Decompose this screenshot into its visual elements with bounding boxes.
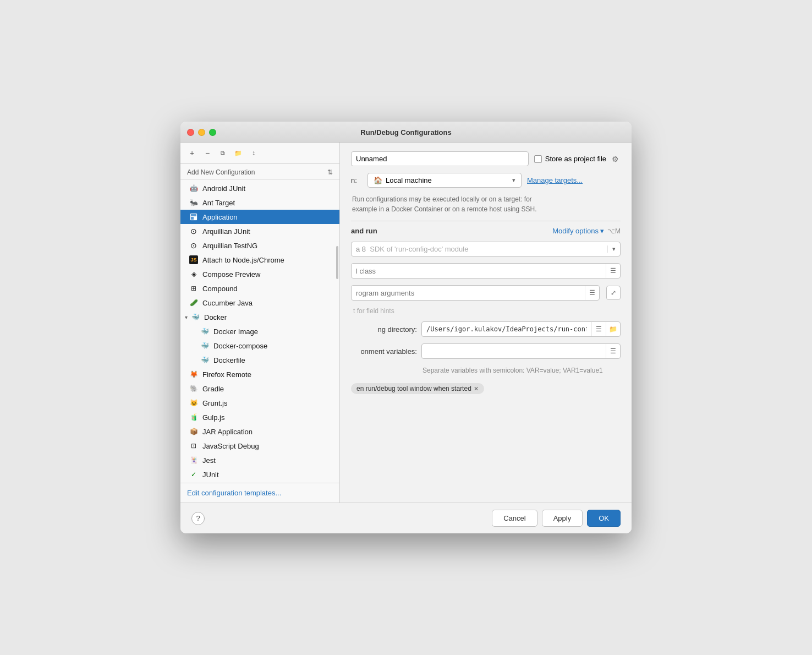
maximize-button[interactable] [209,129,216,136]
env-vars-field: ☰ [421,343,621,359]
section-title: and run [351,227,377,235]
manage-targets-link[interactable]: Manage targets... [527,176,583,184]
sidebar-item-label: JavaScript Debug [202,442,259,450]
sidebar-item-label: Cucumber Java [202,299,253,307]
sidebar-item-gradle[interactable]: 🐘 Gradle [180,381,339,396]
sidebar-item-application[interactable]: Application [180,210,339,224]
sidebar-item-label: Arquillian TestNG [202,242,257,250]
sidebar-item-label: Docker Image [213,328,258,336]
modify-options-button[interactable]: Modify options ▾ [552,227,604,235]
store-project-checkbox[interactable] [534,155,542,163]
main-class-browse-icon[interactable]: ☰ [606,264,620,278]
open-toolwindow-tag: en run/debug tool window when started ✕ [351,383,484,394]
dockerfile-icon: 🐳 [200,356,209,364]
store-project-gear-icon[interactable]: ⚙ [610,154,621,165]
firefox-remote-icon: 🦊 [189,370,198,379]
modify-options-area: Modify options ▾ ⌥M [552,227,621,235]
sidebar-item-label: Gulp.js [202,413,224,422]
working-dir-field: ☰ 📁 [421,321,621,337]
sdk-field-container: a 8 SDK of 'run-config-doc' module ▾ [351,242,621,256]
sidebar-item-junit[interactable]: ✓ JUnit [180,467,339,482]
minimize-button[interactable] [198,129,205,136]
local-machine-icon: 🏠 [374,176,382,184]
sidebar-item-arquillian-testng[interactable]: ⊙ Arquillian TestNG [180,238,339,253]
main-class-field: ☰ [351,263,621,279]
config-name-input[interactable] [351,151,529,166]
add-new-config-label: Add New Configuration [187,168,255,176]
cancel-button[interactable]: Cancel [492,510,537,527]
env-vars-input[interactable] [422,345,606,358]
tag-close-button[interactable]: ✕ [474,385,479,392]
section-title-text: and run [351,227,377,235]
sidebar-item-docker-image[interactable]: 🐳 Docker Image [180,324,339,339]
config-type-list: 🤖 Android JUnit 🐜 Ant Target [180,180,339,483]
program-args-expand-button[interactable]: ⤢ [606,286,621,300]
android-junit-icon: 🤖 [189,184,198,193]
apply-button[interactable]: Apply [542,510,583,527]
sidebar-item-label: Ant Target [202,199,235,207]
remove-config-button[interactable]: − [201,147,213,159]
sidebar: + − ⧉ 📁 ↕ Add New Configuration ⇅ 🤖 Andr… [180,143,340,503]
grunt-js-icon: 😺 [189,399,198,407]
working-dir-folder-icon[interactable]: 📁 [606,322,620,336]
filter-icon[interactable]: ⇅ [327,168,333,176]
working-dir-input[interactable] [422,323,591,336]
env-vars-browse-icon[interactable]: ☰ [606,344,620,358]
edit-templates-link[interactable]: Edit configuration templates... [187,489,281,497]
sidebar-item-android-junit[interactable]: 🤖 Android JUnit [180,181,339,195]
sidebar-item-ant-target[interactable]: 🐜 Ant Target [180,195,339,210]
sidebar-item-compose-preview[interactable]: ◈ Compose Preview [180,267,339,281]
sidebar-item-label: JAR Application [202,428,253,436]
target-select[interactable]: 🏠 Local machine ▾ [367,173,522,188]
dialog-body: + − ⧉ 📁 ↕ Add New Configuration ⇅ 🤖 Andr… [180,143,632,503]
sidebar-item-gulp-js[interactable]: 🧃 Gulp.js [180,410,339,424]
program-args-browse-icon[interactable]: ☰ [585,286,599,300]
sidebar-item-grunt-js[interactable]: 😺 Grunt.js [180,396,339,410]
env-vars-label: onment variables: [351,347,417,356]
working-dir-label: ng directory: [351,325,417,334]
gulp-js-icon: 🧃 [189,413,198,422]
junit-icon: ✓ [189,470,198,479]
sidebar-item-label: JUnit [202,471,219,479]
sidebar-item-label: Docker-compose [213,342,267,350]
dialog-title: Run/Debug Configurations [360,128,451,137]
add-config-button[interactable]: + [186,147,198,159]
sdk-dropdown-arrow-icon[interactable]: ▾ [607,245,620,253]
program-args-field: ☰ [351,285,600,301]
traffic-lights [187,129,216,136]
dialog-footer: ? Cancel Apply OK [180,503,632,533]
sidebar-item-compound[interactable]: ⊞ Compound [180,281,339,296]
sidebar-item-arquillian-junit[interactable]: ⊙ Arquillian JUnit [180,224,339,238]
sidebar-item-label: Gradle [202,385,224,393]
name-row: Store as project file ⚙ [351,151,621,166]
sidebar-item-jar-application[interactable]: 📦 JAR Application [180,424,339,439]
close-button[interactable] [187,129,194,136]
footer-buttons: Cancel Apply OK [492,510,621,527]
program-args-input[interactable] [352,286,585,300]
ant-target-icon: 🐜 [189,198,198,207]
javascript-debug-icon: ⊡ [189,441,198,450]
working-dir-browse-icon[interactable]: ☰ [591,322,606,336]
sidebar-item-docker[interactable]: ▾ 🐳 Docker [180,310,339,324]
docker-compose-icon: 🐳 [200,341,209,350]
store-project-row: Store as project file ⚙ [534,154,621,165]
sidebar-item-label: Attach to Node.js/Chrome [202,256,284,264]
sidebar-item-javascript-debug[interactable]: ⊡ JavaScript Debug [180,439,339,453]
sidebar-item-jest[interactable]: 🃏 Jest [180,453,339,467]
config-content-panel: Store as project file ⚙ n: 🏠 Local machi… [340,143,632,503]
scrollbar-thumb[interactable] [336,246,338,279]
ok-button[interactable]: OK [587,510,621,527]
chevron-right-icon: ▾ [600,227,604,235]
main-class-input[interactable] [352,264,606,278]
title-bar: Run/Debug Configurations [180,122,632,143]
jest-icon: 🃏 [189,456,198,465]
copy-config-button[interactable]: ⧉ [217,147,229,159]
sidebar-item-attach-nodejs[interactable]: JS Attach to Node.js/Chrome [180,253,339,267]
sidebar-item-docker-compose[interactable]: 🐳 Docker-compose [180,339,339,353]
sidebar-item-firefox-remote[interactable]: 🦊 Firefox Remote [180,367,339,381]
sort-config-button[interactable]: ↕ [248,147,260,159]
help-button[interactable]: ? [191,512,205,525]
move-to-group-button[interactable]: 📁 [232,147,244,159]
sidebar-item-dockerfile[interactable]: 🐳 Dockerfile [180,353,339,367]
sidebar-item-cucumber-java[interactable]: 🥒 Cucumber Java [180,296,339,310]
